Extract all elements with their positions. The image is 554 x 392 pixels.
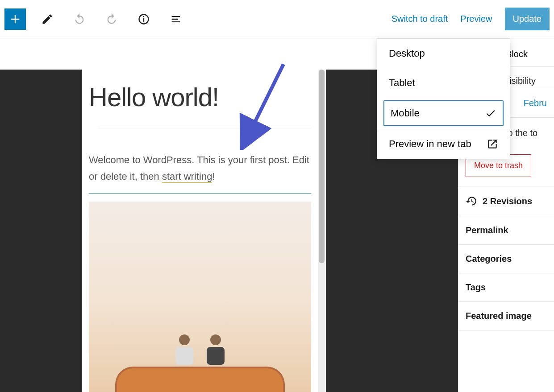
undo-button[interactable] [69,8,90,30]
preview-new-tab-label: Preview in new tab [389,138,471,150]
preview-option-mobile[interactable]: Mobile [383,100,504,126]
mobile-preview-frame: Hello world! Welcome to WordPress. This … [82,70,318,392]
history-icon [466,195,477,207]
revisions-label: 2 Revisions [483,196,532,206]
info-icon [137,13,150,25]
body-text-post: ! [212,171,215,182]
scrollbar-thumb[interactable] [319,70,325,263]
preview-new-tab[interactable]: Preview in new tab [377,129,510,159]
redo-icon [105,13,118,25]
image-block[interactable] [89,202,311,392]
block-select-line [89,193,311,194]
pencil-icon [41,13,54,25]
update-button[interactable]: Update [505,8,550,30]
permalink-panel[interactable]: Permalink [458,216,554,245]
title-separator [98,128,311,128]
preview-dropdown: Desktop Tablet Mobile Preview in new tab [377,38,510,159]
image-figure-2 [204,334,227,370]
post-paragraph[interactable]: Welcome to WordPress. This is your first… [89,152,311,185]
post-title[interactable]: Hello world! [89,82,311,112]
toolbar-right: Switch to draft Preview Update [392,8,550,30]
preview-mobile-label: Mobile [391,107,420,119]
revisions-row[interactable]: 2 Revisions [458,186,554,216]
start-writing-link[interactable]: start writing [162,171,212,183]
editor-toolbar: Switch to draft Preview Update [0,0,554,38]
svg-rect-1 [143,18,144,21]
tags-panel[interactable]: Tags [458,273,554,302]
image-van [115,367,285,392]
check-icon [485,107,496,119]
publish-date-link[interactable]: Febru [524,98,547,108]
switch-to-draft-button[interactable]: Switch to draft [392,14,448,24]
preview-option-desktop[interactable]: Desktop [377,39,510,68]
details-button[interactable] [133,8,154,30]
external-link-icon [487,138,498,150]
undo-icon [73,13,86,25]
redo-button[interactable] [101,8,122,30]
categories-panel[interactable]: Categories [458,245,554,273]
add-block-button[interactable] [4,8,26,30]
canvas-bg-left [0,70,82,392]
featured-image-panel[interactable]: Featured image [458,302,554,330]
toolbar-left [4,8,187,30]
plus-icon [9,13,21,25]
preview-button[interactable]: Preview [460,14,492,24]
outline-button[interactable] [165,8,187,30]
preview-option-tablet[interactable]: Tablet [377,68,510,98]
list-view-icon [170,13,182,25]
svg-rect-2 [143,16,144,17]
tools-button[interactable] [37,8,58,30]
image-figure-1 [173,334,196,370]
canvas-scrollbar[interactable] [318,70,325,392]
